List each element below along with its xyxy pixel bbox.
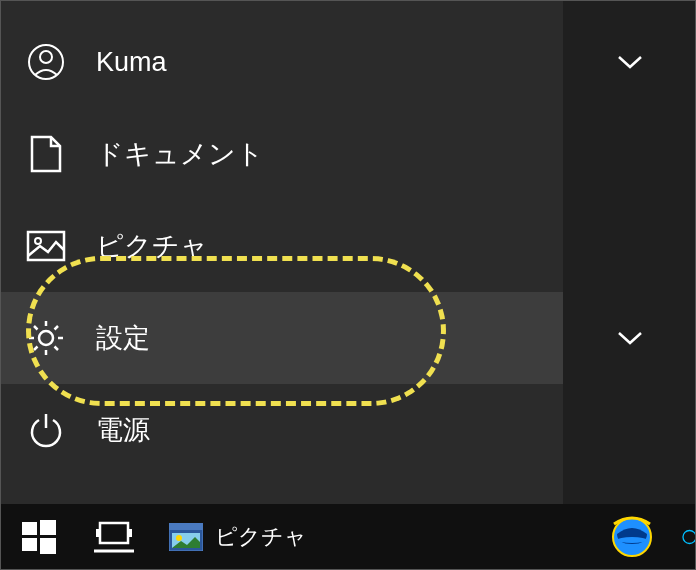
menu-list: Kuma ドキュメント ピクチャ [1,1,563,476]
svg-rect-6 [22,522,37,535]
svg-rect-15 [169,523,203,530]
chevron-down-icon [617,331,643,345]
svg-point-1 [40,51,52,63]
right-panel [563,1,696,506]
menu-item-documents[interactable]: ドキュメント [1,108,563,200]
task-view-button[interactable] [76,504,151,569]
user-icon [26,42,66,82]
windows-icon [22,520,56,554]
svg-rect-7 [40,520,56,535]
menu-item-label: ドキュメント [96,136,264,172]
svg-rect-10 [100,523,128,543]
svg-point-20 [683,530,696,543]
start-button[interactable] [1,504,76,569]
menu-item-user[interactable]: Kuma [1,16,563,108]
gear-icon [26,318,66,358]
chevron-down-icon [617,55,643,69]
taskbar-partial-button[interactable] [662,504,696,569]
taskbar: ピクチャ [1,504,696,569]
task-view-icon [94,519,134,555]
taskbar-app-pictures[interactable]: ピクチャ [151,504,325,569]
picture-icon [26,226,66,266]
circle-icon [682,514,696,560]
svg-rect-9 [40,538,56,554]
document-icon [26,134,66,174]
expand-chevron-top[interactable] [563,16,696,108]
power-icon [26,410,66,450]
svg-point-3 [35,238,41,244]
menu-item-label: 設定 [96,320,150,356]
svg-point-19 [617,537,647,543]
ie-icon [609,514,655,560]
expand-chevron-bottom[interactable] [563,292,696,384]
taskbar-ie-button[interactable] [602,504,662,569]
taskbar-app-label: ピクチャ [215,522,307,552]
menu-item-settings[interactable]: 設定 [1,292,563,384]
svg-rect-12 [96,529,99,537]
svg-point-17 [176,535,182,541]
start-menu-panel: Kuma ドキュメント ピクチャ [1,1,563,506]
svg-point-4 [39,331,53,345]
menu-item-label: Kuma [96,47,167,78]
svg-rect-13 [129,529,132,537]
menu-item-label: ピクチャ [96,228,208,264]
menu-item-power[interactable]: 電源 [1,384,563,476]
picture-app-icon [169,523,203,551]
menu-item-pictures[interactable]: ピクチャ [1,200,563,292]
svg-rect-8 [22,538,37,551]
menu-item-label: 電源 [96,412,150,448]
